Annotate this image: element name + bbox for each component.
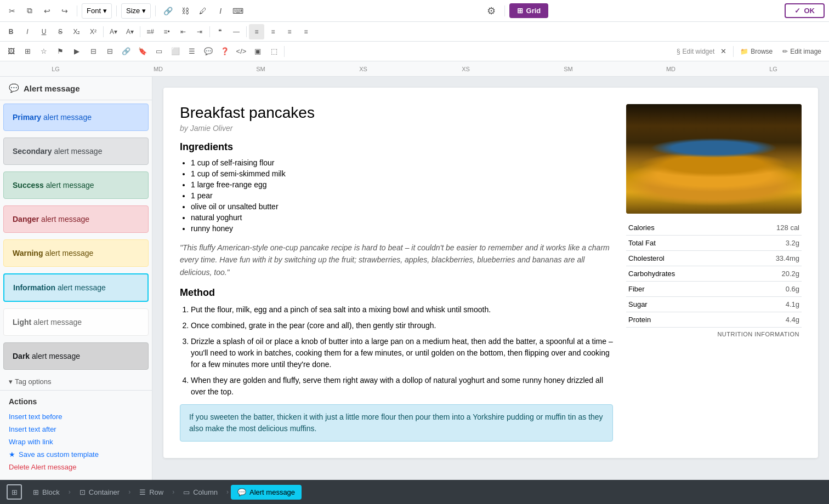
resp-sm-left: SM	[209, 66, 312, 72]
sep-f4	[246, 26, 247, 37]
hr-btn[interactable]: —	[229, 24, 244, 39]
table-btn[interactable]: ⊞	[20, 44, 35, 59]
alert-secondary[interactable]: Secondary alert message	[3, 138, 149, 165]
form-btn[interactable]: ▭	[151, 44, 167, 59]
column-btn[interactable]: ⊟	[102, 44, 117, 59]
tooltip-btn[interactable]: 💬	[201, 44, 216, 59]
indent-less-btn[interactable]: ⇤	[175, 24, 191, 39]
unlink-btn[interactable]: ⛓	[178, 3, 193, 19]
link-btn[interactable]: 🔗	[160, 3, 175, 19]
video-btn[interactable]: ▶	[69, 44, 84, 59]
breadcrumb-row[interactable]: ☰ Row	[133, 485, 170, 500]
save-template-label: Save as custom template	[19, 450, 99, 459]
ingredients-list: 1 cup of self-raising flour 1 cup of sem…	[180, 158, 613, 233]
nutrition-value-sugar: 4.1g	[739, 297, 802, 312]
subscript-btn[interactable]: X₂	[69, 24, 84, 39]
edit-image-button[interactable]: ✏ Edit image	[778, 45, 826, 58]
blockquote-btn[interactable]: ❝	[212, 24, 228, 39]
cut-btn[interactable]: ✂	[4, 3, 20, 19]
action-delete[interactable]: Delete Alert message	[9, 461, 143, 473]
help-btn[interactable]: ❓	[217, 44, 232, 59]
ingredient-1: 1 cup of self-raising flour	[191, 158, 613, 167]
breadcrumb-alert[interactable]: 💬 Alert message	[231, 485, 302, 500]
step-4: When they are golden and fluffy, serve t…	[191, 375, 613, 398]
strikethrough-btn[interactable]: S	[53, 24, 68, 39]
box-btn[interactable]: ⬜	[168, 44, 183, 59]
redo-btn[interactable]: ↪	[57, 3, 72, 19]
code-icon-btn[interactable]: </>	[234, 44, 249, 59]
action-insert-after[interactable]: Insert text after	[9, 423, 143, 436]
tag-options[interactable]: ▾ Tag options	[0, 373, 152, 390]
bookmark-btn[interactable]: 🔖	[135, 44, 150, 59]
alert-danger[interactable]: Danger alert message	[3, 205, 149, 233]
grid-label: Grid	[526, 7, 541, 15]
info-box[interactable]: If you sweeten the batter, thicken it wi…	[180, 404, 613, 442]
indent-more-btn[interactable]: ⇥	[192, 24, 207, 39]
action-wrap-link[interactable]: Wrap with link	[9, 436, 143, 448]
recipe-image	[626, 104, 802, 214]
align-center-btn[interactable]: ≡	[265, 24, 281, 39]
align-justify-btn[interactable]: ≡	[298, 24, 314, 39]
italic-btn[interactable]: I	[20, 24, 35, 39]
recipe-title: Breakfast pancakes	[180, 104, 613, 122]
alert-information[interactable]: Information alert message	[3, 273, 149, 302]
ordered-list-btn[interactable]: ≡#	[143, 24, 158, 39]
flag-btn[interactable]: ⚑	[53, 44, 68, 59]
browse-button[interactable]: 📁 Browse	[736, 45, 777, 58]
block-label: Block	[42, 488, 60, 496]
color-btn[interactable]: 🖊	[195, 3, 211, 19]
accordion-btn[interactable]: ☰	[184, 44, 200, 59]
bold-btn[interactable]: B	[3, 24, 19, 39]
toolbar-icons: 🖼 ⊞ ☆ ⚑ ▶ ⊟ ⊟ 🔗 🔖 ▭ ⬜ ☰ 💬 ❓ </> ▣ ⬚ § Ed…	[0, 42, 829, 61]
nutrition-value-cholesterol: 33.4mg	[739, 251, 802, 266]
image-btn[interactable]: 🖼	[3, 44, 19, 59]
edit-widget-label[interactable]: § Edit widget	[677, 48, 714, 55]
unordered-list-btn[interactable]: ≡•	[159, 24, 174, 39]
code-btn[interactable]: ⌨	[230, 3, 246, 19]
alert-light[interactable]: Light alert message	[3, 308, 149, 336]
font-label: Font	[87, 7, 101, 15]
step-1: Put the flour, milk, egg and a pinch of …	[191, 304, 613, 316]
italic-top-btn[interactable]: I	[213, 3, 228, 19]
alert-warning[interactable]: Warning alert message	[3, 239, 149, 267]
ingredient-6: natural yoghurt	[191, 213, 613, 222]
nutrition-table: Calories 128 cal Total Fat 3.2g Choleste…	[626, 220, 802, 341]
icon-btn[interactable]: ☆	[36, 44, 52, 59]
select-icon[interactable]: ⊞	[7, 484, 22, 500]
media-btn[interactable]: ▣	[250, 44, 265, 59]
font-select[interactable]: Font ▾	[82, 3, 112, 19]
bg-color-btn[interactable]: A▾	[122, 24, 138, 39]
superscript-btn[interactable]: X²	[86, 24, 101, 39]
sep-i1	[284, 46, 285, 57]
tag-options-label: Tag options	[15, 377, 52, 386]
close-widget-btn[interactable]: ✕	[716, 44, 731, 59]
gear-button[interactable]: ⚙	[482, 2, 500, 20]
breadcrumb-container[interactable]: ⊡ Container	[73, 485, 126, 500]
grid-button[interactable]: ⊞ Grid	[509, 3, 549, 18]
breadcrumb-column[interactable]: ▭ Column	[177, 485, 224, 500]
sep-3	[155, 5, 156, 16]
text-color-btn[interactable]: A▾	[106, 24, 121, 39]
embed-btn[interactable]: ⬚	[266, 44, 282, 59]
underline-btn[interactable]: U	[36, 24, 52, 39]
action-insert-before[interactable]: Insert text before	[9, 410, 143, 423]
size-select[interactable]: Size ▾	[121, 3, 151, 19]
ok-button[interactable]: ✓ OK	[785, 3, 825, 18]
sep-1	[77, 5, 77, 16]
ingredient-4: 1 pear	[191, 191, 613, 200]
align-left-btn[interactable]: ≡	[249, 24, 264, 39]
align-right-btn[interactable]: ≡	[282, 24, 297, 39]
recipe-author: by Jamie Oliver	[180, 124, 613, 133]
link-icon-btn[interactable]: 🔗	[118, 44, 134, 59]
breadcrumb-block[interactable]: ⊞ Block	[26, 485, 66, 500]
undo-btn[interactable]: ↩	[39, 3, 55, 19]
toolbar-top: ✂ ⧉ ↩ ↪ Font ▾ Size ▾ 🔗 ⛓ 🖊 I ⌨ ⚙ ⊞ Grid…	[0, 0, 829, 22]
sep-f3	[209, 26, 210, 37]
copy-btn[interactable]: ⧉	[22, 3, 37, 19]
content-card: Breakfast pancakes by Jamie Oliver Ingre…	[163, 88, 818, 458]
alert-success[interactable]: Success alert message	[3, 171, 149, 199]
grid-icon-btn[interactable]: ⊟	[86, 44, 101, 59]
alert-dark[interactable]: Dark alert message	[3, 342, 149, 370]
action-save-template[interactable]: ★ Save as custom template	[9, 448, 143, 461]
alert-primary[interactable]: Primary alert message	[3, 104, 149, 131]
